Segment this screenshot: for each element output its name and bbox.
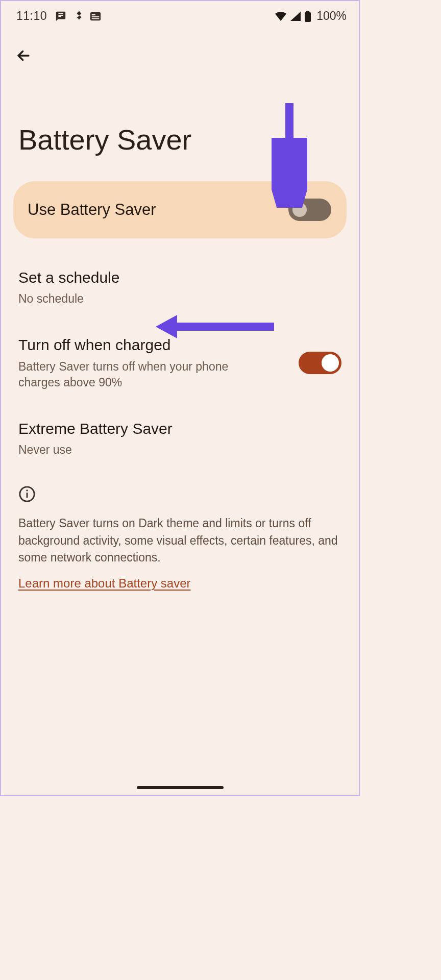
extreme-battery-saver-row[interactable]: Extreme Battery Saver Never use xyxy=(18,405,341,473)
battery-icon xyxy=(304,11,311,22)
back-button[interactable] xyxy=(11,43,36,68)
news-icon xyxy=(90,11,101,21)
turn-off-subtitle: Battery Saver turns off when your phone … xyxy=(18,359,238,390)
turn-off-title: Turn off when charged xyxy=(18,335,286,355)
svg-rect-2 xyxy=(92,16,100,17)
svg-rect-3 xyxy=(92,18,100,19)
page-title: Battery Saver xyxy=(1,73,359,181)
set-schedule-title: Set a schedule xyxy=(18,268,341,287)
toggle-knob xyxy=(292,203,307,217)
use-battery-saver-toggle[interactable] xyxy=(288,199,331,221)
info-icon xyxy=(18,485,36,503)
svg-rect-1 xyxy=(92,14,95,15)
status-right: 100% xyxy=(275,9,347,23)
info-text: Battery Saver turns on Dark theme and li… xyxy=(18,515,341,566)
cell-signal-icon xyxy=(290,11,301,21)
extreme-subtitle: Never use xyxy=(18,442,341,458)
toolbar xyxy=(1,29,359,73)
photos-icon xyxy=(72,11,84,22)
home-indicator[interactable] xyxy=(137,786,224,789)
extreme-title: Extreme Battery Saver xyxy=(18,419,341,438)
learn-more-link[interactable]: Learn more about Battery saver xyxy=(18,576,191,591)
status-bar: 11:10 100% xyxy=(1,1,359,29)
svg-rect-4 xyxy=(305,12,311,22)
use-battery-saver-label: Use Battery Saver xyxy=(28,201,156,219)
svg-rect-5 xyxy=(306,11,309,12)
wifi-icon xyxy=(275,11,287,21)
turn-off-when-charged-row[interactable]: Turn off when charged Battery Saver turn… xyxy=(18,321,341,405)
turn-off-when-charged-toggle[interactable] xyxy=(299,352,341,374)
status-left: 11:10 xyxy=(16,9,101,23)
info-block: Battery Saver turns on Dark theme and li… xyxy=(1,472,359,591)
svg-point-8 xyxy=(26,489,28,491)
settings-list: Set a schedule No schedule Turn off when… xyxy=(1,238,359,473)
use-battery-saver-row[interactable]: Use Battery Saver xyxy=(13,181,347,238)
toggle-knob xyxy=(322,354,339,372)
set-schedule-row[interactable]: Set a schedule No schedule xyxy=(18,254,341,322)
arrow-back-icon xyxy=(15,47,32,64)
battery-percentage: 100% xyxy=(316,9,347,23)
status-time: 11:10 xyxy=(16,9,47,23)
set-schedule-subtitle: No schedule xyxy=(18,291,341,307)
messages-icon xyxy=(55,11,66,22)
status-notification-icons xyxy=(55,11,101,22)
